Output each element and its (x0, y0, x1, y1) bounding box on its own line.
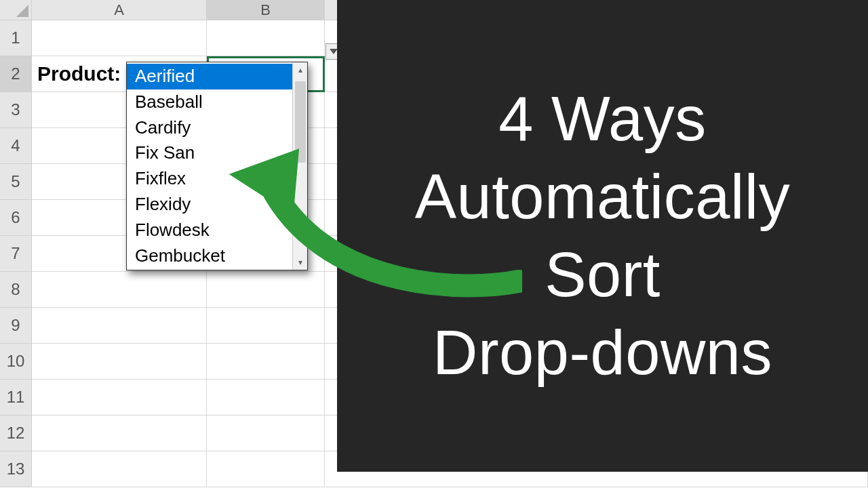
select-all-triangle[interactable] (0, 0, 32, 20)
dropdown-item[interactable]: Flowdesk (127, 218, 292, 243)
cell-A12[interactable] (32, 415, 207, 451)
col-header-B[interactable]: B (207, 0, 325, 20)
overlay-line-2: Automatically (415, 158, 791, 236)
cell-B9[interactable] (207, 308, 325, 344)
cell-B11[interactable] (207, 380, 325, 415)
overlay-line-3: Sort (545, 236, 660, 314)
cell-A10[interactable] (32, 344, 207, 380)
overlay-line-1: 4 Ways (498, 80, 706, 158)
dropdown-list[interactable]: Aerified Baseball Cardify Fix San Fixfle… (126, 62, 308, 270)
row-header-8[interactable]: 8 (0, 272, 32, 308)
cell-A11[interactable] (32, 380, 207, 415)
row-header-7[interactable]: 7 (0, 236, 32, 272)
cell-A9[interactable] (32, 308, 207, 344)
dropdown-item[interactable]: Baseball (127, 89, 292, 115)
cell-B13[interactable] (207, 451, 325, 487)
cell-A8[interactable] (32, 272, 207, 308)
dropdown-item[interactable]: Gembucket (127, 243, 292, 269)
row-header-9[interactable]: 9 (0, 308, 32, 344)
row-header-5[interactable]: 5 (0, 164, 32, 200)
spreadsheet: A B C D E 1 2 Product: Aerified 3 4 5 (0, 0, 868, 488)
cell-B10[interactable] (207, 344, 325, 380)
dropdown-scrollbar[interactable]: ▴ ▾ (292, 62, 307, 270)
dropdown-item[interactable]: Cardify (127, 115, 292, 141)
row-header-11[interactable]: 11 (0, 380, 32, 415)
row-header-1[interactable]: 1 (0, 20, 32, 56)
cell-A13[interactable] (32, 451, 207, 487)
row-header-2[interactable]: 2 (0, 56, 32, 92)
overlay-line-4: Drop-downs (433, 314, 772, 392)
dropdown-item[interactable]: Fixflex (127, 166, 292, 192)
cell-B1[interactable] (207, 20, 325, 56)
scroll-thumb[interactable] (295, 81, 306, 163)
scroll-up-icon[interactable]: ▴ (293, 62, 308, 77)
row-header-12[interactable]: 12 (0, 415, 32, 451)
row-header-13[interactable]: 13 (0, 451, 32, 487)
cell-B8[interactable] (207, 272, 325, 308)
row-header-10[interactable]: 10 (0, 344, 32, 380)
row-header-3[interactable]: 3 (0, 92, 32, 128)
scroll-down-icon[interactable]: ▾ (293, 255, 308, 270)
dropdown-item[interactable]: Fix San (127, 140, 292, 166)
title-overlay-panel: 4 Ways Automatically Sort Drop-downs (337, 0, 868, 472)
row-header-4[interactable]: 4 (0, 128, 32, 164)
cell-A1[interactable] (32, 20, 207, 56)
row-header-6[interactable]: 6 (0, 200, 32, 236)
col-header-A[interactable]: A (32, 0, 207, 20)
dropdown-item[interactable]: Aerified (127, 64, 292, 89)
dropdown-items: Aerified Baseball Cardify Fix San Fixfle… (127, 62, 292, 270)
dropdown-item[interactable]: Flexidy (127, 192, 292, 218)
cell-B12[interactable] (207, 415, 325, 451)
